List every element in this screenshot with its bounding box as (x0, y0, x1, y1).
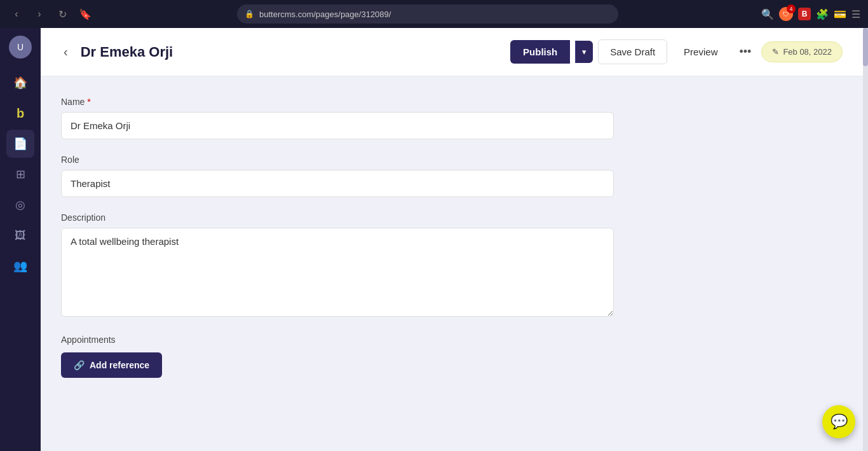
components-icon: ⊞ (16, 167, 25, 181)
role-field-group: Role (61, 155, 633, 197)
reload-button[interactable]: ↻ (53, 5, 71, 23)
shield-badge: 4 (787, 4, 796, 13)
forward-nav-button[interactable]: › (31, 5, 48, 23)
required-marker: * (87, 97, 90, 107)
bookmark-button[interactable]: 🔖 (76, 5, 94, 23)
main-area: ‹ Dr Emeka Orji Publish ▾ Save Draft Pre… (41, 28, 863, 451)
blog-icon: b (17, 106, 24, 121)
scrollbar-thumb[interactable] (863, 28, 868, 66)
add-reference-button[interactable]: 🔗 Add reference (61, 352, 162, 378)
sidebar-item-users[interactable]: 👥 (6, 252, 34, 280)
name-label: Name * (61, 97, 633, 107)
users-icon: 👥 (13, 259, 27, 273)
preview-button[interactable]: Preview (672, 40, 729, 64)
edit-icon: ✎ (772, 47, 779, 57)
brave-logo: B (798, 8, 811, 20)
description-field-group: Description A total <span class="spellch… (61, 212, 633, 319)
back-nav-button[interactable]: ‹ (8, 5, 25, 23)
collections-icon: ◎ (15, 198, 25, 212)
date-label: Feb 08, 2022 (783, 47, 832, 57)
chat-bubble-button[interactable]: 💬 (822, 405, 855, 438)
browser-chrome: ‹ › ↻ 🔖 🔒 buttercms.com/pages/page/31208… (0, 0, 868, 28)
date-badge: ✎ Feb 08, 2022 (761, 41, 843, 62)
save-draft-button[interactable]: Save Draft (598, 39, 667, 64)
description-label: Description (61, 212, 633, 223)
sidebar-item-blog[interactable]: b (6, 99, 34, 127)
back-button[interactable]: ‹ (61, 42, 71, 62)
sidebar-item-components[interactable]: ⊞ (6, 160, 34, 188)
page-title: Dr Emeka Orji (81, 44, 500, 60)
add-reference-label: Add reference (90, 360, 149, 370)
browser-actions: 🔍 🛡 4 B 🧩 💳 ☰ (761, 7, 860, 21)
page-header: ‹ Dr Emeka Orji Publish ▾ Save Draft Pre… (41, 28, 863, 76)
sidebar: U 🏠 b 📄 ⊞ ◎ 🖼 👥 (0, 28, 41, 451)
media-icon: 🖼 (15, 229, 26, 242)
form-inner: Name * Role Description A total <span cl… (61, 97, 633, 378)
page-scrollbar[interactable] (863, 28, 868, 451)
menu-button[interactable]: ☰ (851, 8, 860, 20)
search-button[interactable]: 🔍 (761, 8, 774, 20)
avatar: U (9, 36, 32, 59)
name-input[interactable] (61, 112, 614, 139)
publish-button[interactable]: Publish (510, 40, 570, 64)
address-bar[interactable]: 🔒 buttercms.com/pages/page/312089/ (237, 4, 618, 24)
link-icon: 🔗 (74, 360, 85, 370)
more-options-button[interactable]: ••• (734, 40, 756, 64)
publish-dropdown-button[interactable]: ▾ (575, 41, 593, 63)
url-text: buttercms.com/pages/page/312089/ (259, 10, 391, 19)
role-label: Role (61, 155, 633, 165)
chat-icon: 💬 (831, 413, 848, 430)
sidebar-item-home[interactable]: 🏠 (6, 69, 34, 97)
lock-icon: 🔒 (245, 10, 254, 18)
brave-shield-icon[interactable]: 🛡 4 (779, 7, 793, 21)
appointments-group: Appointments 🔗 Add reference (61, 335, 633, 378)
role-input[interactable] (61, 170, 614, 197)
extensions-button[interactable]: 🧩 (816, 8, 829, 20)
sidebar-item-collections[interactable]: ◎ (6, 191, 34, 219)
wallet-button[interactable]: 💳 (834, 8, 846, 20)
sidebar-item-media[interactable]: 🖼 (6, 221, 34, 249)
description-textarea[interactable]: A total <span class="spellcheck-underlin… (61, 228, 614, 317)
header-actions: Publish ▾ Save Draft Preview ••• ✎ Feb 0… (510, 39, 843, 64)
name-field-group: Name * (61, 97, 633, 139)
home-icon: 🏠 (13, 76, 27, 90)
sidebar-item-pages[interactable]: 📄 (6, 130, 34, 158)
appointments-label: Appointments (61, 335, 633, 345)
pages-icon: 📄 (13, 137, 27, 151)
form-content: Name * Role Description A total <span cl… (41, 76, 863, 451)
